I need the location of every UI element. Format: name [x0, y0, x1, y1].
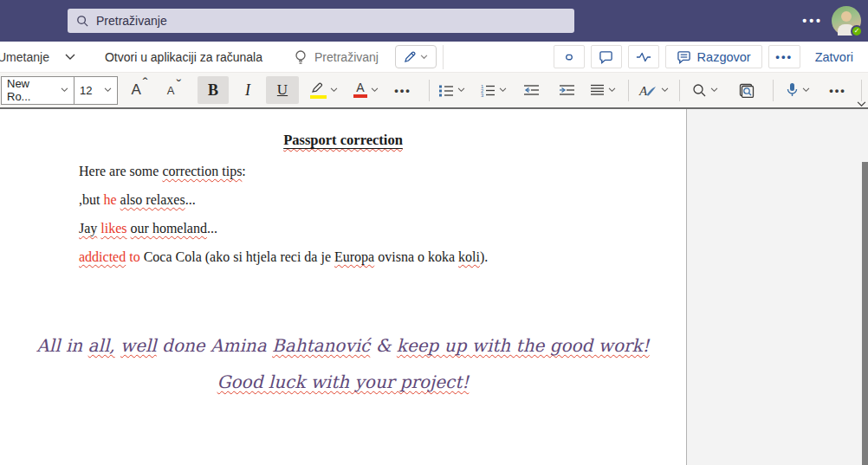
close-button[interactable]: Zatvori [806, 50, 862, 64]
text-segment: all, [88, 335, 115, 356]
lightbulb-icon [294, 49, 308, 65]
numbered-list-button[interactable]: 1 2 3 [474, 76, 512, 104]
highlight-color-button[interactable] [304, 76, 343, 104]
chevron-down-icon [802, 87, 810, 93]
pulse-icon [636, 51, 651, 63]
align-icon [590, 84, 605, 96]
font-size-value: 12 [80, 84, 92, 97]
text-segment: our homeland [131, 221, 207, 236]
paragraph: Jay likes our homeland... [79, 220, 686, 237]
font-name-select[interactable]: New Ro... [2, 77, 74, 104]
paragraph: Here are some correction tips: [79, 163, 686, 180]
status-available-icon: ✓ [851, 25, 863, 37]
dictate-button[interactable] [779, 76, 817, 104]
font-size-select[interactable]: 12 [74, 77, 117, 104]
tab-umetanje[interactable]: Umetanje [0, 50, 49, 64]
increase-indent-button[interactable] [554, 76, 580, 104]
copy-link-button[interactable] [554, 45, 585, 68]
collapse-ribbon-chevron[interactable] [857, 101, 866, 107]
chat-bubble-icon [599, 50, 613, 64]
text-segment: koli [458, 249, 480, 264]
bold-button[interactable]: B [198, 76, 229, 104]
styles-icon: A [638, 83, 657, 98]
conversation-button[interactable]: Razgovor [665, 45, 762, 68]
text-segment: to [126, 249, 143, 264]
chevron-down-icon [710, 87, 718, 93]
chevron-down-icon [371, 87, 379, 93]
decrease-indent-button[interactable] [518, 76, 544, 104]
text-segment: keep up with the good work! [397, 335, 650, 356]
ellipsis-icon: ••• [829, 84, 846, 97]
highlighter-icon [310, 82, 327, 99]
reader-magnifier-icon [739, 83, 755, 98]
activity-button[interactable] [628, 45, 659, 68]
document-title: Passport correction [0, 132, 686, 149]
text-segment: Jay [79, 221, 97, 236]
font-color-icon: A [353, 82, 367, 98]
formatting-toolbar: New Ro... 12 Aˆ Aˇ B I U A ••• [0, 73, 868, 107]
divider [773, 80, 774, 101]
link-icon [561, 50, 577, 64]
paragraph: ,but he also relaxes... [79, 191, 686, 209]
divider [443, 45, 444, 69]
chevron-down-icon [457, 87, 465, 93]
more-ribbon-options-button[interactable]: ••• [822, 76, 853, 104]
content-area: Passport correction Here are some correc… [0, 109, 868, 465]
chat-lines-icon [677, 50, 691, 64]
font-controls: New Ro... 12 [1, 76, 118, 105]
alignment-button[interactable] [587, 76, 619, 104]
find-button[interactable] [686, 76, 724, 104]
avatar-face [841, 11, 852, 22]
more-options-icon[interactable]: ••• [802, 14, 823, 28]
search-input[interactable]: Pretraživanje [68, 9, 574, 33]
text-segment: done Amina [157, 335, 272, 356]
bullet-list-icon [438, 84, 454, 97]
indent-icon [559, 84, 575, 97]
comments-button[interactable] [591, 45, 622, 68]
immersive-reader-button[interactable] [731, 76, 762, 104]
shrink-font-button[interactable]: Aˇ [165, 76, 191, 104]
grow-font-button[interactable]: Aˆ [128, 76, 158, 104]
text-segment: : [242, 164, 245, 178]
text-segment: Good luck with your project! [217, 371, 470, 392]
text-segment: ... [207, 221, 217, 236]
divider [429, 80, 430, 101]
microphone-icon [787, 82, 798, 98]
numbered-list-icon: 1 2 3 [480, 83, 496, 97]
avatar[interactable]: ✓ [832, 6, 861, 36]
chevron-down-icon [608, 87, 616, 93]
more-commands-button[interactable]: ••• [768, 45, 800, 68]
document-canvas[interactable]: Passport correction Here are some correc… [0, 109, 687, 465]
tellme-search-input[interactable]: Pretraživanj [314, 50, 379, 64]
italic-button[interactable]: I [233, 76, 262, 104]
pen-tool-button[interactable] [395, 45, 437, 68]
chevron-down-icon [499, 87, 507, 93]
text-segment: Bahtanović [272, 335, 370, 356]
font-name-value: New Ro... [7, 77, 55, 103]
pencil-icon [403, 50, 417, 64]
text-segment: addicted [79, 249, 126, 264]
more-font-options-button[interactable]: ••• [388, 76, 418, 104]
open-in-desktop-app-button[interactable]: Otvori u aplikaciji za računala [105, 50, 262, 64]
teams-title-bar: Pretraživanje ••• ✓ [0, 0, 868, 42]
font-color-button[interactable]: A [347, 76, 385, 104]
text-segment: ,but [79, 192, 103, 207]
text-segment: ... [185, 192, 196, 207]
text-segment: likes [100, 221, 126, 236]
outdent-icon [523, 84, 540, 97]
command-bar: Umetanje Otvori u aplikaciji za računala… [0, 42, 868, 73]
text-segment: Europa [334, 249, 374, 264]
vertical-scrollbar[interactable] [862, 162, 868, 465]
styles-button[interactable]: A [634, 76, 672, 104]
divider [679, 80, 680, 101]
ellipsis-icon: ••• [394, 84, 411, 97]
chevron-down-icon[interactable] [65, 54, 75, 61]
text-segment: he [103, 192, 116, 207]
underline-button[interactable]: U [266, 76, 299, 104]
conversation-label: Razgovor [697, 50, 751, 64]
text-segment: well [120, 335, 157, 356]
text-segment: & [370, 335, 397, 356]
side-panel [687, 109, 868, 465]
text-segment: correction tips [162, 164, 242, 178]
bullet-list-button[interactable] [432, 76, 470, 104]
